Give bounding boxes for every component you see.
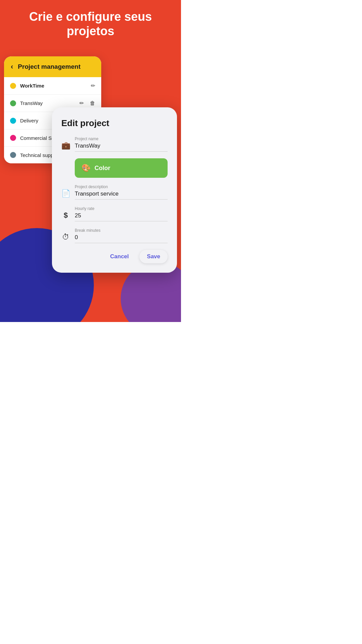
break-minutes-label: Break minutes: [75, 228, 168, 233]
project-name-label: Project name: [75, 137, 168, 141]
hourly-rate-row: $ Hourly rate 25: [61, 206, 168, 221]
project-name-value[interactable]: TransWay: [75, 143, 168, 152]
project-name-field: Project name TransWay: [75, 137, 168, 152]
transway-edit-icon[interactable]: ✏: [79, 100, 84, 106]
project-name-row: 💼 Project name TransWay: [61, 137, 168, 152]
header-line1: Crie e configure seus: [13, 9, 168, 24]
hourly-rate-value[interactable]: 25: [75, 212, 168, 221]
color-button-label: Color: [95, 165, 110, 172]
delivery-dot: [10, 118, 16, 124]
header-text: Crie e configure seus projetos: [0, 9, 181, 38]
commercial-dot: [10, 135, 16, 141]
briefcase-icon: 💼: [61, 141, 70, 150]
technical-dot: [10, 152, 16, 158]
timer-icon: ⏱: [61, 233, 70, 241]
worktime-edit-icon[interactable]: ✏: [91, 83, 95, 89]
transway-delete-icon[interactable]: 🗑: [90, 100, 95, 106]
hourly-rate-label: Hourly rate: [75, 206, 168, 211]
project-description-label: Project description: [75, 184, 168, 189]
palette-icon: 🎨: [81, 164, 90, 172]
save-button[interactable]: Save: [139, 250, 168, 263]
edit-dialog-title: Edit project: [61, 118, 168, 128]
edit-dialog: Edit project 💼 Project name TransWay 🎨 C…: [52, 107, 177, 273]
worktime-name: WorkTime: [20, 83, 85, 89]
transway-dot: [10, 100, 16, 106]
project-description-field: Project description Transport service: [75, 184, 168, 200]
pm-card-title: Project management: [18, 63, 80, 70]
worktime-dot: [10, 83, 16, 89]
break-minutes-field: Break minutes 0: [75, 228, 168, 243]
dialog-actions: Cancel Save: [61, 250, 168, 263]
list-item: WorkTime ✏: [4, 77, 101, 95]
back-icon[interactable]: ‹: [11, 62, 13, 71]
project-description-value[interactable]: Transport service: [75, 191, 168, 200]
color-button[interactable]: 🎨 Color: [75, 158, 168, 178]
pm-card-header: ‹ Project management: [4, 56, 101, 77]
break-minutes-value[interactable]: 0: [75, 234, 168, 243]
transway-name: TransWay: [20, 100, 73, 106]
dollar-icon: $: [61, 211, 70, 220]
header-line2: projetos: [13, 24, 168, 38]
cancel-button[interactable]: Cancel: [105, 250, 134, 263]
break-minutes-row: ⏱ Break minutes 0: [61, 228, 168, 243]
document-icon: 📄: [61, 189, 70, 198]
hourly-rate-field: Hourly rate 25: [75, 206, 168, 221]
project-description-row: 📄 Project description Transport service: [61, 184, 168, 200]
